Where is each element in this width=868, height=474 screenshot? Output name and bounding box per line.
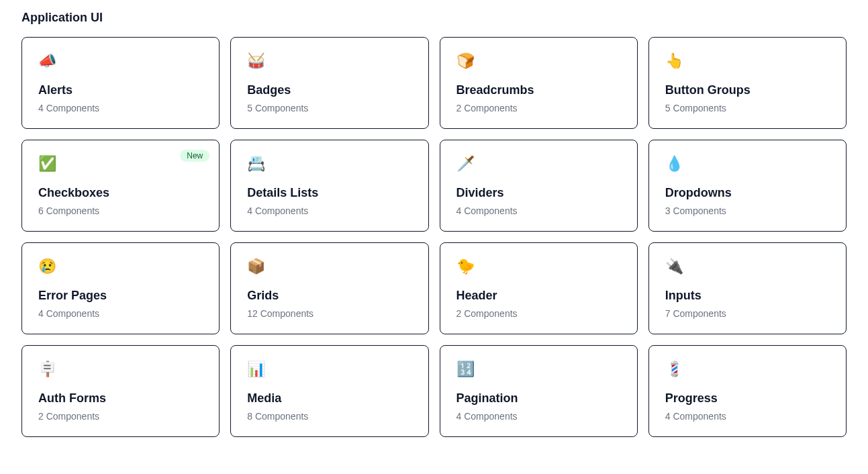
card-dropdowns[interactable]: 💧Dropdowns3 Components [648, 140, 847, 232]
card-subtitle: 2 Components [456, 308, 621, 319]
card-title: Progress [665, 391, 830, 406]
card-title: Media [247, 391, 412, 406]
barber-pole-icon: 💈 [665, 362, 683, 377]
card-subtitle: 4 Components [38, 103, 203, 113]
badge-new: New [180, 150, 209, 162]
check-icon: ✅ [38, 156, 56, 171]
dagger-icon: 🗡️ [456, 156, 475, 171]
card-index-icon: 📇 [247, 156, 265, 171]
card-error-pages[interactable]: 😢Error Pages4 Components [21, 242, 220, 334]
card-grids[interactable]: 📦Grids12 Components [230, 242, 428, 334]
input-numbers-icon: 🔢 [456, 362, 475, 377]
crying-face-icon: 😢 [38, 259, 56, 274]
card-subtitle: 12 Components [247, 308, 412, 319]
card-title: Badges [247, 83, 412, 97]
card-subtitle: 8 Components [247, 411, 412, 422]
card-title: Error Pages [38, 289, 203, 303]
card-title: Inputs [665, 289, 830, 303]
card-subtitle: 4 Components [38, 308, 203, 319]
card-badges[interactable]: 🥁Badges5 Components [230, 37, 428, 129]
card-title: Dropdowns [665, 186, 830, 200]
card-breadcrumbs[interactable]: 🍞Breadcrumbs2 Components [440, 37, 638, 129]
card-progress[interactable]: 💈Progress4 Components [648, 345, 847, 437]
card-media[interactable]: 📊Media8 Components [230, 345, 428, 437]
card-subtitle: 5 Components [665, 103, 830, 113]
drum-icon: 🥁 [247, 54, 265, 68]
card-subtitle: 3 Components [665, 205, 830, 216]
card-pagination[interactable]: 🔢Pagination4 Components [440, 345, 638, 437]
card-title: Button Groups [665, 83, 830, 97]
card-subtitle: 5 Components [247, 103, 412, 113]
card-subtitle: 4 Components [247, 205, 412, 216]
card-button-groups[interactable]: 👆Button Groups5 Components [648, 37, 847, 129]
card-title: Dividers [456, 186, 621, 200]
card-subtitle: 2 Components [38, 411, 203, 422]
card-auth-forms[interactable]: 🪧Auth Forms2 Components [21, 345, 220, 437]
card-subtitle: 4 Components [456, 411, 621, 422]
card-subtitle: 4 Components [665, 411, 830, 422]
card-dividers[interactable]: 🗡️Dividers4 Components [440, 140, 638, 232]
card-title: Header [456, 289, 621, 303]
card-title: Alerts [38, 83, 203, 97]
card-subtitle: 6 Components [38, 205, 203, 216]
pointing-up-icon: 👆 [665, 54, 683, 68]
card-title: Auth Forms [38, 391, 203, 406]
megaphone-icon: 📣 [38, 54, 56, 68]
droplet-icon: 💧 [665, 156, 683, 171]
card-subtitle: 4 Components [456, 205, 621, 216]
placard-icon: 🪧 [38, 362, 56, 377]
card-checkboxes[interactable]: New✅Checkboxes6 Components [21, 140, 220, 232]
card-alerts[interactable]: 📣Alerts4 Components [21, 37, 220, 129]
card-title: Breadcrumbs [456, 83, 621, 97]
card-title: Grids [247, 289, 412, 303]
electric-plug-icon: 🔌 [665, 259, 683, 274]
card-subtitle: 2 Components [456, 103, 621, 113]
baby-chick-icon: 🐤 [456, 259, 475, 274]
component-grid: 📣Alerts4 Components🥁Badges5 Components🍞B… [21, 37, 847, 437]
card-title: Checkboxes [38, 186, 203, 200]
card-title: Details Lists [247, 186, 412, 200]
package-icon: 📦 [247, 259, 265, 274]
card-title: Pagination [456, 391, 621, 406]
bar-chart-icon: 📊 [247, 362, 265, 377]
card-subtitle: 7 Components [665, 308, 830, 319]
card-details-lists[interactable]: 📇Details Lists4 Components [230, 140, 428, 232]
page-title: Application UI [21, 11, 847, 25]
card-inputs[interactable]: 🔌Inputs7 Components [648, 242, 847, 334]
card-header[interactable]: 🐤Header2 Components [440, 242, 638, 334]
bread-icon: 🍞 [456, 54, 475, 68]
